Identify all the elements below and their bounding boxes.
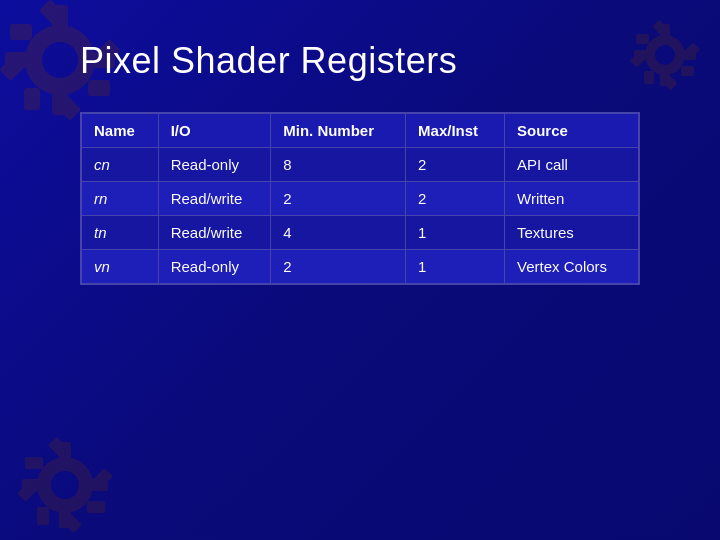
table-cell-0-1: Read-only <box>158 148 271 182</box>
registers-table: Name I/O Min. Number Max/Inst Source cnR… <box>81 113 639 284</box>
table-cell-1-1: Read/write <box>158 182 271 216</box>
table-cell-1-3: 2 <box>406 182 505 216</box>
table-cell-3-2: 2 <box>271 250 406 284</box>
table-row: tnRead/write41Textures <box>82 216 639 250</box>
table-cell-0-2: 8 <box>271 148 406 182</box>
table-cell-2-4: Textures <box>505 216 639 250</box>
table-cell-2-3: 1 <box>406 216 505 250</box>
svg-rect-20 <box>87 501 105 513</box>
table-cell-3-0: vn <box>82 250 159 284</box>
table-cell-1-0: rn <box>82 182 159 216</box>
col-header-max-inst: Max/Inst <box>406 114 505 148</box>
table-row: vnRead-only21Vertex Colors <box>82 250 639 284</box>
page-title: Pixel Shader Registers <box>80 40 640 82</box>
col-header-name: Name <box>82 114 159 148</box>
table-cell-3-4: Vertex Colors <box>505 250 639 284</box>
registers-table-container: Name I/O Min. Number Max/Inst Source cnR… <box>80 112 640 285</box>
col-header-min-number: Min. Number <box>271 114 406 148</box>
table-header-row: Name I/O Min. Number Max/Inst Source <box>82 114 639 148</box>
table-cell-1-4: Written <box>505 182 639 216</box>
svg-rect-24 <box>25 457 43 469</box>
svg-point-14 <box>51 471 79 499</box>
table-row: cnRead-only82API call <box>82 148 639 182</box>
table-row: rnRead/write22Written <box>82 182 639 216</box>
table-cell-3-3: 1 <box>406 250 505 284</box>
table-cell-0-0: cn <box>82 148 159 182</box>
table-cell-2-1: Read/write <box>158 216 271 250</box>
table-cell-1-2: 2 <box>271 182 406 216</box>
main-content: Pixel Shader Registers Name I/O Min. Num… <box>0 0 720 325</box>
svg-rect-22 <box>37 507 49 525</box>
col-header-source: Source <box>505 114 639 148</box>
table-cell-3-1: Read-only <box>158 250 271 284</box>
table-cell-0-4: API call <box>505 148 639 182</box>
table-cell-0-3: 2 <box>406 148 505 182</box>
col-header-io: I/O <box>158 114 271 148</box>
gear-bottom-left-icon <box>0 420 130 540</box>
table-cell-2-0: tn <box>82 216 159 250</box>
table-cell-2-2: 4 <box>271 216 406 250</box>
